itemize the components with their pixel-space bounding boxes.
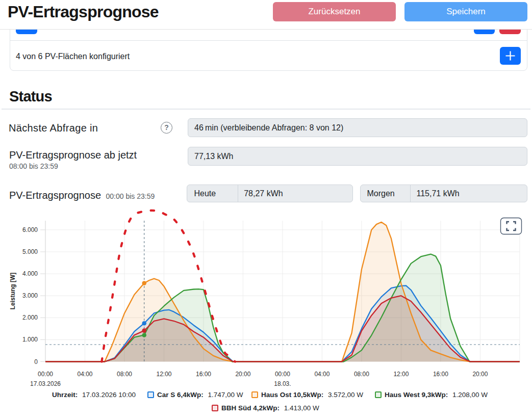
svg-text:18.03.: 18.03.	[274, 380, 291, 387]
svg-text:20:00: 20:00	[472, 371, 488, 378]
svg-text:04:00: 04:00	[77, 371, 92, 378]
svg-text:0: 0	[34, 358, 38, 365]
svg-text:00:00: 00:00	[38, 371, 53, 378]
svg-text:2.000: 2.000	[22, 314, 38, 321]
svg-text:12:00: 12:00	[393, 371, 409, 378]
svg-text:1.000: 1.000	[22, 336, 38, 343]
svg-text:5.000: 5.000	[22, 248, 38, 255]
svg-text:00:00: 00:00	[275, 371, 290, 378]
svg-text:Leistung [W]: Leistung [W]	[9, 273, 16, 310]
svg-text:3.000: 3.000	[22, 292, 38, 299]
svg-text:17.03.2026: 17.03.2026	[30, 380, 61, 387]
svg-text:20:00: 20:00	[235, 371, 250, 378]
svg-text:16:00: 16:00	[196, 371, 211, 378]
svg-text:08:00: 08:00	[117, 371, 132, 378]
svg-text:4.000: 4.000	[22, 270, 38, 277]
svg-text:08:00: 08:00	[354, 371, 369, 378]
svg-text:04:00: 04:00	[314, 371, 330, 378]
svg-text:12:00: 12:00	[156, 371, 171, 378]
svg-text:6.000: 6.000	[22, 226, 38, 233]
svg-text:16:00: 16:00	[433, 371, 448, 378]
